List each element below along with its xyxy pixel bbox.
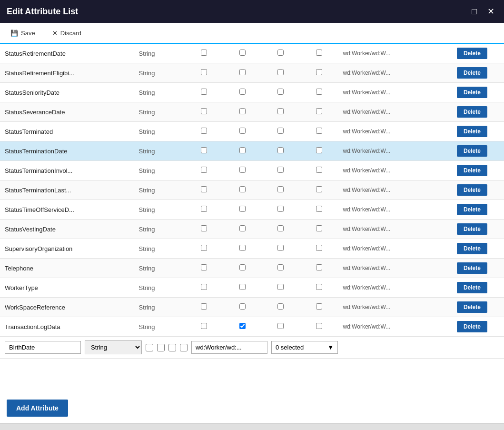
check-col3[interactable] [277, 167, 284, 173]
row-check-2[interactable] [223, 102, 261, 122]
row-check-1[interactable] [185, 298, 223, 317]
check-col3[interactable] [277, 284, 284, 290]
delete-button[interactable]: Delete [457, 87, 487, 98]
check-col4[interactable] [316, 89, 322, 95]
check-col4[interactable] [316, 69, 322, 75]
check-col2[interactable] [239, 89, 246, 95]
check-col4[interactable] [316, 128, 322, 134]
row-check-1[interactable] [185, 278, 223, 298]
row-check-3[interactable] [262, 180, 300, 200]
row-check-4[interactable] [300, 239, 338, 259]
row-check-2[interactable] [223, 122, 261, 141]
row-check-2[interactable] [223, 298, 261, 317]
check-col1[interactable] [201, 323, 207, 329]
new-attribute-type[interactable]: StringIntegerBooleanDate [85, 340, 142, 354]
row-check-2[interactable] [223, 141, 261, 161]
row-check-3[interactable] [262, 44, 300, 63]
row-check-1[interactable] [185, 239, 223, 259]
check-col1[interactable] [201, 206, 207, 212]
check-col3[interactable] [277, 303, 284, 310]
delete-button[interactable]: Delete [457, 106, 487, 118]
new-check-3[interactable] [168, 344, 176, 351]
check-col3[interactable] [277, 147, 284, 153]
check-col1[interactable] [201, 245, 207, 251]
row-check-2[interactable] [223, 161, 261, 180]
check-col2[interactable] [239, 225, 246, 231]
add-attribute-button[interactable]: Add Attribute [7, 400, 68, 417]
row-check-4[interactable] [300, 278, 338, 298]
check-col4[interactable] [316, 303, 322, 310]
row-check-1[interactable] [185, 161, 223, 180]
maximize-button[interactable]: □ [469, 5, 480, 18]
row-check-4[interactable] [300, 161, 338, 180]
new-check-4[interactable] [180, 344, 188, 351]
close-button[interactable]: ✕ [484, 5, 497, 18]
check-col2[interactable] [239, 245, 246, 251]
row-check-3[interactable] [262, 239, 300, 259]
check-col4[interactable] [316, 245, 322, 251]
row-check-1[interactable] [185, 220, 223, 239]
check-col3[interactable] [277, 245, 284, 251]
row-check-4[interactable] [300, 122, 338, 141]
row-check-1[interactable] [185, 83, 223, 102]
row-check-2[interactable] [223, 180, 261, 200]
row-check-4[interactable] [300, 63, 338, 83]
check-col2[interactable] [239, 147, 246, 153]
new-check-2[interactable] [157, 344, 165, 351]
check-col1[interactable] [201, 186, 207, 192]
row-check-2[interactable] [223, 278, 261, 298]
row-check-1[interactable] [185, 200, 223, 220]
row-check-4[interactable] [300, 44, 338, 63]
row-check-4[interactable] [300, 298, 338, 317]
row-check-3[interactable] [262, 298, 300, 317]
row-check-4[interactable] [300, 220, 338, 239]
check-col4[interactable] [316, 206, 322, 212]
save-button[interactable]: 💾 Save [7, 28, 39, 39]
check-col3[interactable] [277, 69, 284, 75]
check-col2[interactable] [239, 69, 246, 75]
check-col4[interactable] [316, 167, 322, 173]
row-check-4[interactable] [300, 180, 338, 200]
delete-button[interactable]: Delete [457, 282, 487, 293]
discard-button[interactable]: ✕ Discard [49, 28, 85, 39]
check-col3[interactable] [277, 225, 284, 231]
row-check-4[interactable] [300, 83, 338, 102]
delete-button[interactable]: Delete [457, 301, 487, 313]
check-col2[interactable] [239, 264, 246, 270]
row-check-1[interactable] [185, 180, 223, 200]
row-check-2[interactable] [223, 317, 261, 337]
row-check-1[interactable] [185, 63, 223, 83]
check-col2[interactable] [239, 50, 246, 56]
delete-button[interactable]: Delete [457, 145, 487, 157]
check-col1[interactable] [201, 167, 207, 173]
row-check-3[interactable] [262, 220, 300, 239]
row-check-1[interactable] [185, 259, 223, 278]
check-col2[interactable] [239, 284, 246, 290]
delete-button[interactable]: Delete [457, 262, 487, 274]
check-col3[interactable] [277, 89, 284, 95]
new-attribute-name[interactable] [5, 341, 81, 354]
check-col1[interactable] [201, 89, 207, 95]
row-check-3[interactable] [262, 141, 300, 161]
delete-button[interactable]: Delete [457, 243, 487, 254]
delete-button[interactable]: Delete [457, 223, 487, 235]
row-check-3[interactable] [262, 317, 300, 337]
check-col3[interactable] [277, 206, 284, 212]
row-check-2[interactable] [223, 239, 261, 259]
check-col1[interactable] [201, 50, 207, 56]
check-col3[interactable] [277, 186, 284, 192]
row-check-2[interactable] [223, 63, 261, 83]
check-col4[interactable] [316, 225, 322, 231]
row-check-4[interactable] [300, 141, 338, 161]
check-col3[interactable] [277, 264, 284, 270]
row-check-3[interactable] [262, 83, 300, 102]
delete-button[interactable]: Delete [457, 67, 487, 79]
check-col2[interactable] [239, 186, 246, 192]
check-col2[interactable] [239, 128, 246, 134]
check-col2[interactable] [239, 206, 246, 212]
delete-button[interactable]: Delete [457, 48, 487, 59]
check-col1[interactable] [201, 264, 207, 270]
check-col3[interactable] [277, 323, 284, 329]
check-col4[interactable] [316, 108, 322, 114]
check-col1[interactable] [201, 147, 207, 153]
